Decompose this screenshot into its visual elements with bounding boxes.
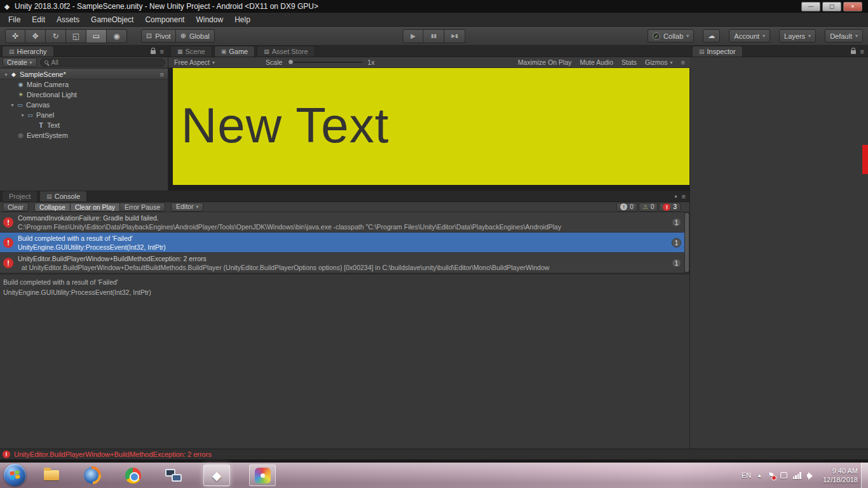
info-count-toggle[interactable]: ! 0 [616,203,637,212]
lock-icon[interactable] [851,50,856,54]
account-dropdown[interactable]: Account ▾ [729,29,770,43]
scene-header-row[interactable]: ▼ ◆ SampleScene* ≡ [0,69,168,79]
layout-dropdown[interactable]: Default ▾ [825,29,863,43]
gizmos-dropdown[interactable]: Gizmos ▾ [645,58,673,66]
tree-item-main-camera[interactable]: ◉ Main Camera [0,79,168,90]
start-button[interactable] [4,464,26,486]
window-title: Unity 2018.3.0f2 - SampleScene.unity - N… [15,2,318,11]
create-dropdown[interactable]: Create ▾ [3,58,37,67]
clear-button[interactable]: Clear [3,203,29,212]
minimize-button[interactable]: — [801,2,820,11]
network-icon[interactable] [793,472,801,479]
action-center-flag-icon[interactable]: ⚑ [768,471,775,479]
tab-project[interactable]: Project [2,191,37,201]
move-tool-button[interactable]: ✥ [25,29,46,43]
tree-item-panel[interactable]: ▼ ▭ Panel [0,110,168,120]
chevron-down-icon: ▾ [855,33,858,39]
scale-slider-thumb[interactable] [288,59,294,65]
lock-icon[interactable] [151,50,156,54]
collab-dropdown[interactable]: ✓ Collab ▾ [648,29,694,43]
collapse-toggle[interactable]: Collapse [34,203,71,212]
panel-menu-icon[interactable]: ≡ [681,59,685,65]
scale-tool-button[interactable]: ◱ [66,29,86,43]
taskbar-explorer-icon[interactable] [41,465,62,485]
editor-dropdown[interactable]: Editor ▾ [171,203,203,212]
menu-gameobject[interactable]: GameObject [85,13,139,26]
status-bar[interactable]: ! UnityEditor.BuildPlayerWindow+BuildMet… [0,449,868,459]
layers-dropdown[interactable]: Layers ▾ [779,29,816,43]
error-count-toggle[interactable]: ! 3 [659,203,681,212]
tab-scene[interactable]: ▦ Scene [170,46,212,57]
chevron-down-icon: ▾ [212,60,215,65]
menu-edit[interactable]: Edit [26,13,51,26]
pivot-toggle-button[interactable]: ⊡ Pivot [141,29,176,43]
log-line-2: C:\Program Files\Unity\Editor\Data\Playb… [18,222,689,231]
panel-menu-icon[interactable]: ≡ [682,193,686,200]
console-scrollbar[interactable] [684,212,689,273]
tree-item-directional-light[interactable]: ☀ Directional Light [0,90,168,100]
panel-menu-icon[interactable]: ≡ [160,48,164,55]
clock[interactable]: 9:40 AM 12/18/2018 [823,466,858,484]
taskbar-chrome-icon[interactable] [122,465,144,485]
tab-console[interactable]: ▤ Console [39,191,87,201]
menu-assets[interactable]: Assets [51,13,85,26]
rotate-tool-button[interactable]: ↻ [46,29,66,43]
aspect-dropdown[interactable]: Free Aspect ▾ [172,58,217,66]
tab-hierarchy[interactable]: ▤ Hierarchy [2,46,54,57]
twisty-open-icon[interactable]: ▼ [9,103,16,107]
tree-item-eventsystem[interactable]: ◎ EventSystem [0,130,168,140]
taskbar-unity-button-active[interactable]: ◆ [203,464,230,486]
maximize-button[interactable]: ▢ [822,2,841,11]
menu-window[interactable]: Window [190,13,229,26]
hierarchy-search-input[interactable]: All [40,58,165,67]
menu-help[interactable]: Help [229,13,256,26]
scrollbar-thumb[interactable] [685,213,689,272]
play-button[interactable]: ▶ [403,29,424,43]
scale-slider[interactable] [287,62,362,63]
hidden-icons-chevron[interactable]: ▲ [757,473,762,478]
pause-button[interactable]: ▮▮ [424,29,445,43]
mute-audio-toggle[interactable]: Mute Audio [580,58,613,66]
taskbar-putty-icon[interactable] [163,465,184,485]
tab-inspector[interactable]: ▤ Inspector [692,46,743,57]
maximize-on-play-toggle[interactable]: Maximize On Play [518,58,572,66]
hand-tool-button[interactable]: ✜ [5,29,25,43]
language-indicator[interactable]: EN [742,471,751,479]
console-entry-1[interactable]: ! CommandInvokationFailure: Gradle build… [0,212,689,233]
menu-file[interactable]: File [3,13,26,26]
account-label: Account [734,32,759,40]
error-pause-toggle[interactable]: Error Pause [120,203,165,212]
scene-menu-icon[interactable]: ≡ [160,70,168,79]
unity-icon: ◆ [212,468,222,483]
tree-item-text[interactable]: T Text [0,120,168,130]
rect-tool-button[interactable]: ▭ [86,29,107,43]
taskbar-firefox-icon[interactable] [81,465,103,485]
detail-line-1: Build completed with a result of 'Failed… [3,277,686,287]
chevron-down-icon[interactable]: ▾ [675,194,677,200]
tab-asset-store[interactable]: ▤ Asset Store [257,46,315,57]
viewport-tabbar: ▦ Scene ▣ Game ▤ Asset Store [168,46,690,57]
stats-toggle[interactable]: Stats [621,58,637,66]
console-entry-3[interactable]: ! UnityEditor.BuildPlayerWindow+BuildMet… [0,253,689,273]
cloud-services-button[interactable]: ☁ [703,29,720,43]
console-entry-2-selected[interactable]: ! Build completed with a result of 'Fail… [0,233,689,253]
clear-on-play-toggle[interactable]: Clear on Play [71,203,120,212]
tree-item-canvas[interactable]: ▼ ▭ Canvas [0,100,168,110]
tray-device-icon[interactable] [780,472,787,478]
info-icon: ! [620,203,627,210]
volume-icon[interactable] [807,471,815,479]
menu-component[interactable]: Component [139,13,190,26]
panel-menu-icon[interactable]: ≡ [860,48,864,55]
close-button[interactable]: × [843,2,862,11]
twisty-open-icon[interactable]: ▼ [3,72,10,77]
warning-count-toggle[interactable]: ⚠ 0 [639,203,658,212]
asset-store-tab-icon: ▤ [264,48,269,55]
twisty-open-icon[interactable]: ▼ [19,113,26,118]
step-button[interactable]: ▶▮ [445,29,466,43]
taskbar-paint-app-button[interactable] [249,464,276,486]
transform-tool-button[interactable]: ◉ [107,29,127,43]
tab-game[interactable]: ▣ Game [214,46,255,57]
global-toggle-button[interactable]: ⊕ Global [176,29,215,43]
show-desktop-button[interactable] [861,463,868,488]
console-detail-pane[interactable]: Build completed with a result of 'Failed… [0,273,689,449]
